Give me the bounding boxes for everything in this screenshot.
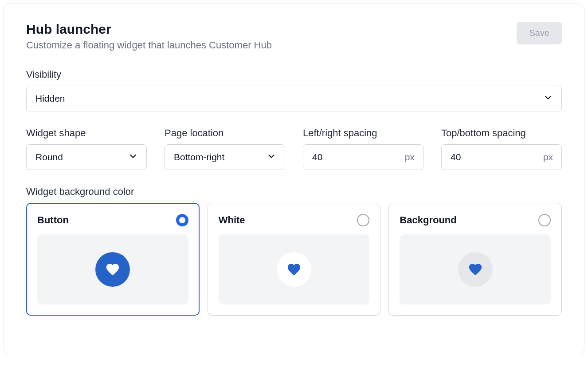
radio-unselected-icon	[357, 214, 369, 226]
save-button[interactable]: Save	[517, 22, 562, 44]
left-right-spacing-group: Left/right spacing px	[303, 127, 423, 170]
color-option-header: Button	[37, 214, 188, 226]
page-subtitle: Customize a floating widget that launche…	[26, 40, 272, 51]
header: Hub launcher Customize a floating widget…	[26, 22, 562, 51]
hub-launcher-card: Hub launcher Customize a floating widget…	[4, 4, 584, 354]
color-option-white[interactable]: White	[208, 203, 381, 316]
color-preview	[219, 234, 370, 305]
visibility-select-wrapper: Hidden	[26, 86, 562, 111]
widget-shape-select[interactable]: Round	[26, 144, 147, 170]
preview-circle	[95, 252, 130, 287]
color-option-header: Background	[400, 214, 551, 226]
radio-unselected-icon	[538, 214, 551, 226]
top-bottom-spacing-group: Top/bottom spacing px	[441, 127, 562, 170]
page-title: Hub launcher	[26, 22, 272, 37]
visibility-group: Visibility Hidden	[26, 69, 562, 111]
preview-circle	[458, 252, 493, 287]
color-option-title: White	[219, 214, 245, 226]
color-option-title: Background	[400, 214, 456, 226]
preview-circle	[277, 252, 311, 287]
color-option-title: Button	[37, 214, 69, 226]
left-right-spacing-wrapper: px	[303, 144, 423, 170]
heart-icon	[105, 262, 120, 277]
radio-selected-icon	[176, 214, 188, 226]
widget-shape-group: Widget shape Round	[26, 127, 147, 170]
widget-shape-label: Widget shape	[26, 127, 147, 139]
visibility-label: Visibility	[26, 69, 562, 80]
top-bottom-spacing-label: Top/bottom spacing	[441, 127, 562, 139]
top-bottom-spacing-input[interactable]	[441, 144, 562, 170]
page-location-label: Page location	[165, 127, 285, 139]
color-preview	[37, 234, 188, 305]
settings-row: Widget shape Round Page location Bottom-…	[26, 127, 562, 170]
widget-bg-color-label: Widget background color	[26, 186, 562, 198]
color-option-header: White	[219, 214, 370, 226]
top-bottom-spacing-wrapper: px	[441, 144, 562, 170]
page-location-group: Page location Bottom-right	[165, 127, 285, 170]
visibility-select[interactable]: Hidden	[26, 86, 562, 111]
color-option-background[interactable]: Background	[388, 203, 562, 316]
color-option-button[interactable]: Button	[26, 203, 200, 316]
color-options: Button White	[26, 203, 562, 316]
header-text: Hub launcher Customize a floating widget…	[26, 22, 272, 51]
heart-icon	[286, 262, 302, 277]
color-preview	[400, 234, 551, 305]
page-location-select-wrapper: Bottom-right	[165, 144, 285, 170]
heart-icon	[468, 262, 483, 277]
widget-shape-select-wrapper: Round	[26, 144, 147, 170]
page-location-select[interactable]: Bottom-right	[165, 144, 285, 170]
left-right-spacing-label: Left/right spacing	[303, 127, 423, 139]
widget-bg-color-group: Widget background color Button White	[26, 186, 562, 316]
left-right-spacing-input[interactable]	[303, 144, 423, 170]
